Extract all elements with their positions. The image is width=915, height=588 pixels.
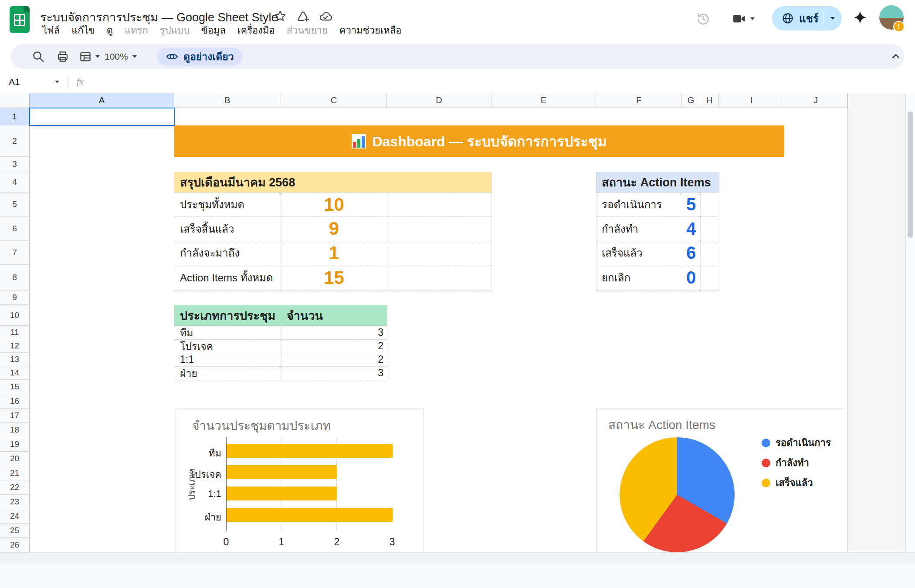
row-header-18[interactable]: 18	[0, 423, 30, 437]
pie-chart[interactable]: สถานะ Action Items รอดำเนินการกำลังทำเสร…	[596, 409, 845, 552]
table-tools-button[interactable]	[79, 50, 100, 63]
title-bar: ระบบจัดการการประชุม — Google Sheet Style…	[0, 0, 915, 42]
cell-border	[700, 193, 701, 291]
select-all-corner[interactable]	[0, 93, 30, 108]
share-dropdown[interactable]	[824, 6, 842, 30]
row-header-16[interactable]: 16	[0, 394, 30, 409]
column-header-i[interactable]: I	[719, 93, 784, 108]
row-header-6[interactable]: 6	[0, 216, 30, 241]
row-header-24[interactable]: 24	[0, 509, 30, 524]
row-header-8[interactable]: 8	[0, 265, 30, 291]
pie-legend: รอดำเนินการกำลังทำเสร็จแล้ว	[762, 435, 831, 490]
row-header-7[interactable]: 7	[0, 241, 30, 265]
gemini-sparkle-icon[interactable]	[852, 10, 868, 25]
row-header-23[interactable]: 23	[0, 495, 30, 509]
bar-chart-category-label: ทีม	[178, 446, 221, 461]
row-header-10[interactable]: 10	[0, 305, 30, 326]
sheets-logo-icon[interactable]	[10, 6, 30, 33]
column-header-c[interactable]: C	[281, 93, 387, 108]
menu-item[interactable]: แก้ไข	[70, 23, 96, 38]
bar-chart[interactable]: จำนวนประชุมตามประเภท 0123ทีมโปรเจค1:1ฝ่า…	[176, 409, 424, 553]
pie-legend-item: รอดำเนินการ	[762, 435, 831, 450]
pie-chart-title: สถานะ Action Items	[608, 415, 715, 434]
column-header-d[interactable]: D	[387, 93, 491, 108]
row-header-17[interactable]: 17	[0, 409, 30, 423]
bar-chart-tick-label: 3	[390, 536, 395, 548]
bar-chart-bar[interactable]	[227, 487, 337, 500]
bar-chart-title: จำนวนประชุมตามประเภท	[192, 416, 331, 435]
row-header-4[interactable]: 4	[0, 172, 30, 193]
bar-chart-bar[interactable]	[227, 508, 393, 522]
row-header-21[interactable]: 21	[0, 466, 30, 480]
row-header-2[interactable]: 2	[0, 125, 30, 157]
pie-legend-item: กำลังทำ	[762, 455, 831, 470]
pie-legend-label: กำลังทำ	[776, 455, 809, 470]
row-header-13[interactable]: 13	[0, 353, 30, 366]
view-only-pill[interactable]: ดูอย่างเดียว	[157, 47, 243, 66]
cell-border	[281, 326, 281, 380]
row-header-25[interactable]: 25	[0, 524, 30, 538]
summary-row-label: เสร็จสิ้นแล้ว	[174, 216, 281, 241]
star-icon[interactable]	[274, 10, 287, 23]
row-header-26[interactable]: 26	[0, 538, 30, 552]
version-history-icon[interactable]	[695, 11, 711, 27]
type-row-value: 2	[281, 353, 387, 366]
collapse-toolbar-button[interactable]	[889, 49, 903, 63]
row-header-3[interactable]: 3	[0, 157, 30, 172]
menu-item[interactable]: เครื่องมือ	[236, 23, 276, 38]
bar-chart-tick-label: 1	[279, 536, 285, 548]
google-sheets-window: ระบบจัดการการประชุม — Google Sheet Style…	[0, 0, 915, 588]
column-header-j[interactable]: J	[784, 93, 847, 108]
menu-item[interactable]: แทรก	[123, 23, 149, 38]
summary-row-value: 15	[281, 265, 387, 291]
menu-item[interactable]: ข้อมูล	[200, 23, 227, 38]
summary-row-label: ประชุมทั้งหมด	[174, 193, 281, 216]
share-button[interactable]: แชร์	[772, 6, 842, 30]
column-header-g[interactable]: G	[682, 93, 700, 108]
row-header-11[interactable]: 11	[0, 326, 30, 339]
toolbar: 100% ดูอย่างเดียว	[11, 44, 904, 69]
search-icon[interactable]	[32, 50, 45, 63]
horizontal-scrollbar[interactable]	[0, 552, 915, 564]
bar-chart-category-label: ฝ่าย	[178, 510, 221, 525]
status-row-value: 0	[682, 265, 700, 291]
row-header-9[interactable]: 9	[0, 291, 30, 305]
move-to-drive-icon[interactable]	[296, 10, 310, 24]
menu-item[interactable]: ความช่วยเหลือ	[338, 23, 403, 38]
row-header-19[interactable]: 19	[0, 437, 30, 452]
summary-row-value: 9	[281, 216, 387, 241]
type-row-value: 3	[281, 326, 387, 339]
row-header-20[interactable]: 20	[0, 452, 30, 466]
meet-camera-button[interactable]	[731, 11, 755, 26]
menu-item[interactable]: ดู	[105, 23, 114, 38]
cloud-saved-icon	[318, 10, 333, 24]
row-header-5[interactable]: 5	[0, 193, 30, 216]
name-box[interactable]: A1	[9, 71, 52, 93]
name-box-caret[interactable]	[55, 81, 59, 83]
cell-border	[174, 241, 491, 241]
share-button-main[interactable]: แชร์	[772, 6, 823, 30]
column-header-f[interactable]: F	[596, 93, 682, 108]
cell-border	[491, 172, 492, 291]
cell-border	[719, 172, 719, 291]
bar-chart-bar[interactable]	[227, 465, 337, 479]
row-header-22[interactable]: 22	[0, 480, 30, 495]
column-header-h[interactable]: H	[700, 93, 719, 108]
column-header-e[interactable]: E	[491, 93, 596, 108]
menu-item[interactable]: รูปแบบ	[159, 23, 191, 38]
row-header-1[interactable]: 1	[0, 108, 30, 125]
sheet-tab-bar: 0-วิธีใช้1-รายการประชุม2-วาระการประชุม3-…	[0, 564, 915, 588]
column-header-a[interactable]: A	[30, 93, 174, 108]
row-header-14[interactable]: 14	[0, 366, 30, 380]
pie-legend-label: เสร็จแล้ว	[776, 475, 813, 490]
bar-chart-bar[interactable]	[227, 444, 393, 458]
row-header-12[interactable]: 12	[0, 339, 30, 353]
vertical-scrollbar-thumb[interactable]	[908, 112, 913, 238]
cell-border	[174, 353, 387, 353]
print-icon[interactable]	[56, 50, 69, 63]
column-header-b[interactable]: B	[174, 93, 281, 108]
row-header-15[interactable]: 15	[0, 380, 30, 394]
zoom-control[interactable]: 100%	[105, 44, 137, 69]
menu-item[interactable]: ไฟล์	[41, 23, 61, 38]
menu-item[interactable]: ส่วนขยาย	[285, 23, 329, 38]
